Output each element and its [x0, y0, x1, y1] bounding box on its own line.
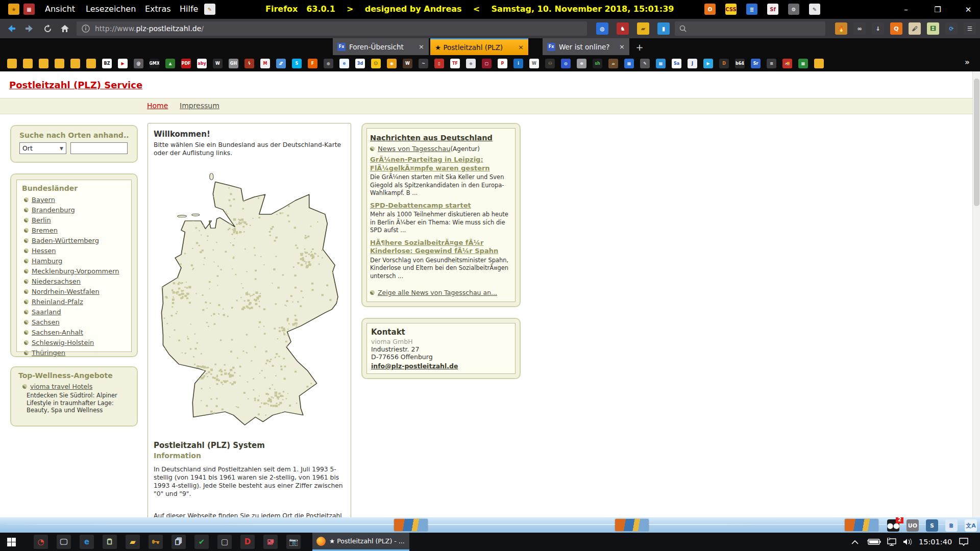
bookmark-icon[interactable] — [70, 59, 80, 68]
bundesland-link[interactable]: Mecklenburg-Vorpommern — [32, 267, 119, 275]
titlebar-tool-icon[interactable]: O — [704, 4, 716, 15]
bookmark-icon[interactable]: ⊕ — [577, 59, 586, 68]
news-item-title[interactable]: HÃ¶here SozialbeitrÃ¤ge fÃ¼r Kinderlose:… — [370, 239, 512, 256]
tab-close-icon[interactable]: × — [419, 43, 424, 51]
bookmark-icon[interactable]: ▶ — [703, 59, 713, 68]
home-button[interactable] — [57, 21, 72, 36]
news-item-title[interactable]: SPD-Debattencamp startet — [370, 202, 512, 210]
bookmark-icon[interactable] — [55, 59, 64, 68]
bookmark-icon[interactable]: @ — [134, 59, 143, 68]
titlebar-tool-icon[interactable]: ≣ — [746, 4, 757, 15]
taskbar-app-icon[interactable]: ◔ — [34, 535, 48, 549]
bundesland-link[interactable]: Bayern — [32, 196, 55, 204]
extension-icon[interactable]: S — [926, 519, 938, 532]
titlebar-tool-icon[interactable]: ✎ — [809, 4, 820, 15]
nav-tool-icon[interactable]: 🎞 — [927, 22, 939, 35]
taskbar-app-icon[interactable]: 🗝 — [149, 535, 163, 549]
bookmark-icon[interactable]: ▦ — [624, 59, 634, 68]
bookmark-icon[interactable]: PDF — [181, 59, 191, 68]
bookmark-icon[interactable]: ◆ — [466, 59, 476, 68]
bookmark-icon[interactable]: J — [688, 59, 697, 68]
bundesland-link[interactable]: Hessen — [32, 247, 56, 255]
bookmark-icon[interactable]: ● — [324, 59, 333, 68]
nav-tool-icon[interactable]: ◍ — [596, 22, 608, 35]
taskbar-app-icon[interactable]: 🖳 — [263, 535, 278, 549]
bookmark-icon[interactable]: Sr — [751, 59, 761, 68]
nav-tool-icon[interactable]: ↓ — [872, 22, 884, 35]
bookmark-icon[interactable]: ☕ — [608, 59, 618, 68]
new-tab-button[interactable]: + — [633, 40, 646, 54]
back-button[interactable] — [4, 21, 19, 36]
titlebar-tool-icon[interactable]: CSS — [725, 4, 737, 15]
bundesland-link[interactable]: Hamburg — [32, 257, 62, 265]
tab-2[interactable]: ★ Postleitzahl (PLZ)× — [430, 38, 528, 55]
menu-ansicht[interactable]: Ansicht — [45, 4, 75, 14]
extension-icon[interactable]: 🗎 — [945, 519, 958, 532]
bookmark-icon[interactable]: BZ — [102, 59, 112, 68]
tab-close-icon[interactable]: × — [619, 43, 625, 51]
bookmark-icon[interactable]: P — [498, 59, 507, 68]
taskbar-app-icon[interactable]: D — [240, 535, 255, 549]
bookmarks-overflow-chevron[interactable]: » — [965, 58, 970, 67]
bookmark-icon[interactable]: ▢ — [482, 59, 492, 68]
bookmark-icon[interactable]: ✎ — [640, 59, 650, 68]
news-item-title[interactable]: GrÃ¼nen-Parteitag in Leipzig: FlÃ¼gelkÃ¤… — [370, 156, 512, 172]
action-center-icon[interactable] — [959, 533, 969, 551]
bookmark-icon[interactable] — [814, 59, 824, 68]
bundesland-link[interactable]: Baden-Württemberg — [32, 237, 99, 244]
close-button[interactable]: ✕ — [957, 0, 980, 19]
search-ort-input[interactable] — [70, 142, 128, 154]
scrollbar-thumb[interactable] — [974, 79, 979, 206]
taskbar-app-icon[interactable]: 🗍 — [172, 535, 186, 549]
bookmark-icon[interactable]: e — [339, 59, 349, 68]
news-source-link[interactable]: News von Tagesschau — [378, 145, 450, 153]
bookmark-icon[interactable] — [7, 59, 17, 68]
bookmark-icon[interactable]: TF — [450, 59, 460, 68]
nav-impressum-link[interactable]: Impressum — [180, 102, 219, 110]
extension-icon[interactable]: UO — [906, 519, 919, 532]
bookmark-icon[interactable]: i — [513, 59, 523, 68]
bookmark-icon[interactable]: sh — [593, 59, 602, 68]
taskbar-app-icon[interactable]: ▰ — [126, 535, 140, 549]
bundesland-link[interactable]: Brandenburg — [32, 206, 75, 214]
bundesland-link[interactable]: Berlin — [32, 216, 51, 224]
taskbar-clock[interactable]: 15:01:40 — [919, 538, 952, 546]
bookmark-icon[interactable]: ▶ — [118, 59, 128, 68]
bundesland-link[interactable]: Saarland — [32, 308, 61, 316]
forward-button[interactable] — [21, 21, 37, 36]
tab-3[interactable]: FxWer ist online?× — [543, 38, 629, 55]
bookmark-icon[interactable]: W — [529, 59, 539, 68]
nav-tool-icon[interactable]: ∞ — [853, 22, 866, 35]
extension-icon[interactable]: 文A — [965, 519, 977, 532]
menu-hilfe[interactable]: Hilfe — [180, 4, 198, 14]
search-bar[interactable] — [675, 21, 825, 36]
bundesland-link[interactable]: Bremen — [32, 227, 58, 234]
bookmark-icon[interactable]: 🚚 — [782, 59, 792, 68]
bookmark-icon[interactable]: ◍ — [561, 59, 571, 68]
germany-map[interactable] — [159, 167, 341, 432]
volume-icon[interactable] — [902, 533, 915, 551]
bundesland-link[interactable]: Sachsen-Anhalt — [32, 329, 83, 336]
bookmark-icon[interactable] — [39, 59, 48, 68]
nav-tool-icon[interactable]: Q — [890, 22, 902, 35]
bookmark-icon[interactable]: M — [260, 59, 270, 68]
nav-tool-icon[interactable]: 🔥 — [835, 22, 847, 35]
bookmark-icon[interactable]: Sa — [672, 59, 681, 68]
nav-tool-icon[interactable]: ☰ — [964, 22, 976, 35]
bookmark-icon[interactable]: ☺ — [371, 59, 381, 68]
bookmark-icon[interactable]: D — [719, 59, 729, 68]
nav-home-link[interactable]: Home — [147, 102, 168, 110]
bookmark-icon[interactable] — [86, 59, 96, 68]
menu-lesezeichen[interactable]: Lesezeichen — [86, 4, 136, 14]
site-title-link[interactable]: Postleitzahl (PLZ) Service — [9, 80, 142, 90]
bookmark-icon[interactable]: ◉ — [387, 59, 397, 68]
taskbar-app-icon[interactable]: ▢ — [217, 535, 232, 549]
minimize-button[interactable]: – — [894, 0, 918, 19]
bundesland-link[interactable]: Niedersachsen — [32, 278, 81, 285]
titlebar-tool-icon[interactable]: ⚙ — [788, 4, 799, 15]
bundesland-link[interactable]: Rheinland-Pfalz — [32, 298, 83, 306]
bundesland-link[interactable]: Nordrhein-Westfalen — [32, 288, 100, 295]
bookmark-icon[interactable]: S — [292, 59, 302, 68]
bookmark-icon[interactable]: ▦ — [798, 59, 808, 68]
tab-1[interactable]: FxForen-Übersicht× — [333, 38, 429, 55]
